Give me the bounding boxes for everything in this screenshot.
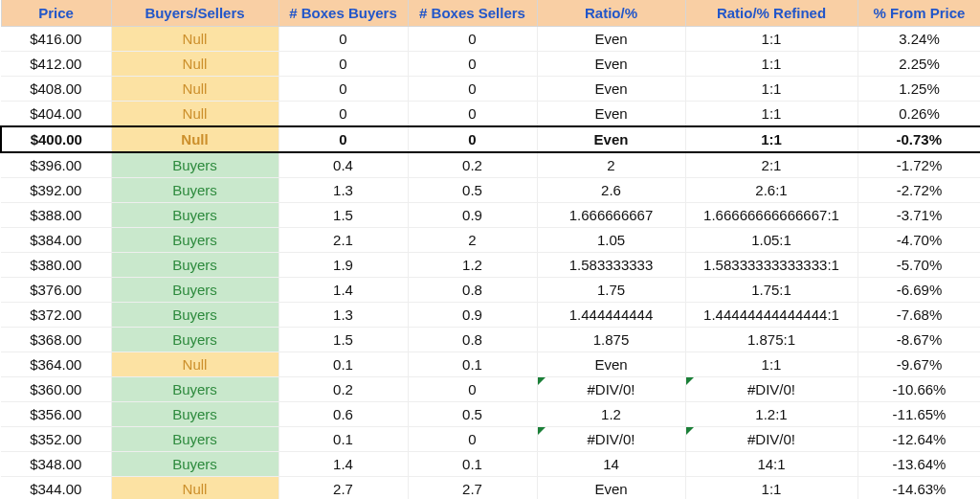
cell-price[interactable]: $392.00 xyxy=(1,178,111,203)
table-row[interactable]: $396.00Buyers0.40.222:1-1.72% xyxy=(1,152,980,178)
cell-boxes-sellers[interactable]: 0.8 xyxy=(408,328,537,352)
cell-from-price[interactable]: 1.25% xyxy=(858,77,980,102)
cell-ratio[interactable]: Even xyxy=(537,77,685,102)
cell-price[interactable]: $404.00 xyxy=(1,102,111,127)
cell-price[interactable]: $380.00 xyxy=(1,253,111,278)
cell-ratio[interactable]: 2 xyxy=(537,152,685,178)
cell-price[interactable]: $368.00 xyxy=(1,328,111,352)
cell-from-price[interactable]: -11.65% xyxy=(858,402,980,427)
cell-from-price[interactable]: -9.67% xyxy=(858,352,980,377)
cell-price[interactable]: $408.00 xyxy=(1,77,111,102)
cell-ratio-refined[interactable]: 1:1 xyxy=(685,27,858,52)
cell-ratio[interactable]: 2.6 xyxy=(537,178,685,203)
cell-price[interactable]: $348.00 xyxy=(1,452,111,477)
cell-from-price[interactable]: -0.73% xyxy=(858,126,980,152)
cell-buyers-sellers[interactable]: Buyers xyxy=(111,253,278,278)
col-price[interactable]: Price xyxy=(1,0,111,27)
cell-ratio[interactable]: Even xyxy=(537,126,685,152)
cell-ratio-refined[interactable]: 14:1 xyxy=(685,452,858,477)
cell-ratio[interactable]: Even xyxy=(537,352,685,377)
cell-buyers-sellers[interactable]: Buyers xyxy=(111,328,278,352)
cell-ratio-refined[interactable]: 2:1 xyxy=(685,152,858,178)
col-boxes-sellers[interactable]: # Boxes Sellers xyxy=(408,0,537,27)
cell-buyers-sellers[interactable]: Null xyxy=(111,102,278,127)
cell-from-price[interactable]: -12.64% xyxy=(858,427,980,452)
cell-ratio-refined[interactable]: 1:1 xyxy=(685,352,858,377)
col-buyers-sellers[interactable]: Buyers/Sellers xyxy=(111,0,278,27)
table-row[interactable]: $412.00Null00Even1:12.25% xyxy=(1,52,980,77)
cell-ratio-refined[interactable]: #DIV/0! xyxy=(685,427,858,452)
cell-price[interactable]: $400.00 xyxy=(1,126,111,152)
cell-price[interactable]: $360.00 xyxy=(1,377,111,402)
cell-ratio-refined[interactable]: 1:1 xyxy=(685,477,858,500)
cell-ratio[interactable]: 1.875 xyxy=(537,328,685,352)
cell-boxes-sellers[interactable]: 0.8 xyxy=(408,278,537,303)
cell-boxes-buyers[interactable]: 0.4 xyxy=(278,152,408,178)
cell-from-price[interactable]: -10.66% xyxy=(858,377,980,402)
cell-from-price[interactable]: -13.64% xyxy=(858,452,980,477)
cell-from-price[interactable]: -8.67% xyxy=(858,328,980,352)
cell-price[interactable]: $384.00 xyxy=(1,228,111,253)
cell-boxes-buyers[interactable]: 0.2 xyxy=(278,377,408,402)
table-row[interactable]: $360.00Buyers0.20#DIV/0!#DIV/0!-10.66% xyxy=(1,377,980,402)
cell-ratio[interactable]: Even xyxy=(537,27,685,52)
cell-buyers-sellers[interactable]: Buyers xyxy=(111,228,278,253)
col-ratio[interactable]: Ratio/% xyxy=(537,0,685,27)
cell-ratio[interactable]: 1.05 xyxy=(537,228,685,253)
cell-price[interactable]: $388.00 xyxy=(1,203,111,228)
table-row[interactable]: $352.00Buyers0.10#DIV/0!#DIV/0!-12.64% xyxy=(1,427,980,452)
table-row[interactable]: $368.00Buyers1.50.81.8751.875:1-8.67% xyxy=(1,328,980,352)
cell-buyers-sellers[interactable]: Null xyxy=(111,352,278,377)
cell-price[interactable]: $344.00 xyxy=(1,477,111,500)
cell-ratio-refined[interactable]: 1.58333333333333:1 xyxy=(685,253,858,278)
cell-boxes-buyers[interactable]: 0 xyxy=(278,77,408,102)
table-row[interactable]: $372.00Buyers1.30.91.4444444441.44444444… xyxy=(1,303,980,328)
cell-buyers-sellers[interactable]: Null xyxy=(111,52,278,77)
cell-boxes-buyers[interactable]: 2.1 xyxy=(278,228,408,253)
cell-price[interactable]: $376.00 xyxy=(1,278,111,303)
cell-boxes-sellers[interactable]: 0.9 xyxy=(408,303,537,328)
cell-from-price[interactable]: -1.72% xyxy=(858,152,980,178)
cell-boxes-buyers[interactable]: 1.3 xyxy=(278,303,408,328)
cell-buyers-sellers[interactable]: Buyers xyxy=(111,427,278,452)
cell-ratio-refined[interactable]: 1.05:1 xyxy=(685,228,858,253)
table-row[interactable]: $400.00Null00Even1:1-0.73% xyxy=(1,126,980,152)
cell-ratio-refined[interactable]: 1:1 xyxy=(685,52,858,77)
col-ratio-refined[interactable]: Ratio/% Refined xyxy=(685,0,858,27)
cell-ratio[interactable]: 1.583333333 xyxy=(537,253,685,278)
table-row[interactable]: $392.00Buyers1.30.52.62.6:1-2.72% xyxy=(1,178,980,203)
cell-boxes-sellers[interactable]: 0 xyxy=(408,427,537,452)
cell-price[interactable]: $396.00 xyxy=(1,152,111,178)
cell-ratio-refined[interactable]: 1.44444444444444:1 xyxy=(685,303,858,328)
table-row[interactable]: $408.00Null00Even1:11.25% xyxy=(1,77,980,102)
cell-buyers-sellers[interactable]: Buyers xyxy=(111,178,278,203)
cell-ratio[interactable]: Even xyxy=(537,102,685,127)
cell-from-price[interactable]: -4.70% xyxy=(858,228,980,253)
cell-ratio[interactable]: Even xyxy=(537,52,685,77)
cell-from-price[interactable]: -5.70% xyxy=(858,253,980,278)
table-row[interactable]: $356.00Buyers0.60.51.21.2:1-11.65% xyxy=(1,402,980,427)
cell-boxes-sellers[interactable]: 0.2 xyxy=(408,152,537,178)
cell-buyers-sellers[interactable]: Null xyxy=(111,27,278,52)
cell-boxes-sellers[interactable]: 0.5 xyxy=(408,402,537,427)
cell-ratio-refined[interactable]: 1:1 xyxy=(685,126,858,152)
cell-ratio-refined[interactable]: #DIV/0! xyxy=(685,377,858,402)
cell-boxes-sellers[interactable]: 0.5 xyxy=(408,178,537,203)
cell-boxes-sellers[interactable]: 0 xyxy=(408,27,537,52)
cell-ratio-refined[interactable]: 1:1 xyxy=(685,77,858,102)
cell-boxes-sellers[interactable]: 0.1 xyxy=(408,352,537,377)
cell-boxes-buyers[interactable]: 0 xyxy=(278,102,408,127)
cell-price[interactable]: $352.00 xyxy=(1,427,111,452)
cell-buyers-sellers[interactable]: Buyers xyxy=(111,377,278,402)
table-row[interactable]: $404.00Null00Even1:10.26% xyxy=(1,102,980,127)
cell-from-price[interactable]: -2.72% xyxy=(858,178,980,203)
cell-price[interactable]: $364.00 xyxy=(1,352,111,377)
cell-ratio[interactable]: 14 xyxy=(537,452,685,477)
cell-ratio-refined[interactable]: 1.66666666666667:1 xyxy=(685,203,858,228)
cell-buyers-sellers[interactable]: Buyers xyxy=(111,303,278,328)
cell-from-price[interactable]: 3.24% xyxy=(858,27,980,52)
cell-buyers-sellers[interactable]: Buyers xyxy=(111,152,278,178)
cell-ratio-refined[interactable]: 1:1 xyxy=(685,102,858,127)
cell-boxes-buyers[interactable]: 0 xyxy=(278,126,408,152)
cell-boxes-buyers[interactable]: 1.5 xyxy=(278,328,408,352)
